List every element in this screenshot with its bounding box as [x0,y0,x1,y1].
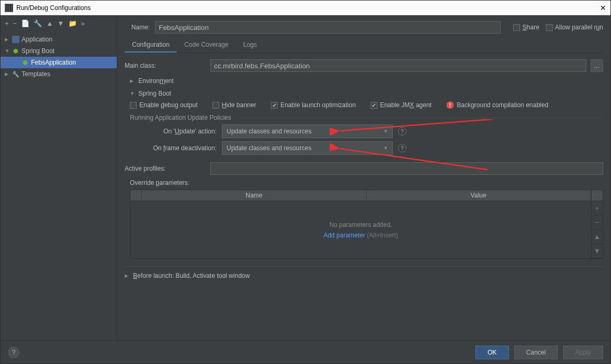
environment-expander[interactable]: ▶ Environment [130,77,603,85]
params-empty: No parameters added. Add parameter (Alt+… [130,201,591,258]
sidebar: + − 📄 🔧 ▲ ▼ 📁 » ▶ Application ▼ ⬢ Sprin [1,16,117,340]
add-icon[interactable]: + [5,19,9,27]
table-add-button[interactable]: + [592,201,603,215]
add-hint: (Alt+Insert) [367,232,398,239]
help-button[interactable]: ? [8,347,19,358]
remove-icon[interactable]: − [13,19,17,27]
main-class-input[interactable] [210,59,586,72]
chevron-right-icon: ▶ [5,37,10,42]
close-icon[interactable]: ✕ [600,4,606,12]
update-action-label: On 'Update' action: [140,128,217,135]
tab-code-coverage[interactable]: Code Coverage [177,38,236,53]
springboot-expander[interactable]: ▼ Spring Boot [130,90,603,97]
tree-label: Templates [22,70,50,78]
chevron-down-icon: ▼ [383,129,388,134]
chevron-down-icon: ▼ [130,91,135,96]
update-action-value: Update classes and resources [227,128,311,135]
active-profiles-label: Active profiles: [125,165,206,172]
tree-label: FebsApplication [31,59,76,66]
browse-button[interactable]: … [590,59,603,72]
before-launch-expander[interactable]: ▶ Before launch: Build, Activate tool wi… [125,272,603,279]
frame-deact-dropdown[interactable]: Update classes and resources ▼ [222,141,393,155]
spring-icon: ⬢ [22,59,29,66]
tabs: Configuration Code Coverage Logs [125,38,603,53]
debug-output-checkbox[interactable]: Enable debug output [130,101,198,109]
tab-configuration[interactable]: Configuration [125,38,177,53]
tab-logs[interactable]: Logs [236,38,264,53]
table-remove-button[interactable]: − [592,215,603,230]
frame-deact-value: Update classes and resources [227,144,311,152]
name-label: Name: [125,24,150,31]
add-parameter-link[interactable]: Add parameter [323,232,365,239]
wrench-icon: 🔧 [12,70,19,78]
warning-icon: ! [446,101,454,109]
table-down-button[interactable]: ▼ [592,244,603,258]
share-label: Share [523,24,539,31]
frame-deact-label: On frame deactivation: [140,144,217,152]
launch-opt-checkbox[interactable]: ✔ Enable launch optimization [271,101,355,109]
name-input[interactable] [155,21,501,34]
warning-text: Background compilation enabled [457,101,548,109]
springboot-label: Spring Boot [138,90,171,97]
table-up-button[interactable]: ▲ [592,230,603,244]
params-table-header: Name Value [130,190,592,201]
tree-item-application[interactable]: ▶ Application [1,34,117,45]
help-icon[interactable]: ? [398,144,406,152]
tree-label: Application [22,36,53,43]
tree-item-templates[interactable]: ▶ 🔧 Templates [1,68,117,80]
update-action-dropdown[interactable]: Update classes and resources ▼ [222,124,393,138]
window-title: Run/Debug Configurations [16,4,90,12]
jmx-agent-label: Enable JMX agent [380,101,432,109]
hide-banner-label: Hide banner [222,101,256,109]
settings-icon[interactable]: 🔧 [34,19,42,27]
jmx-agent-checkbox[interactable]: ✔ Enable JMX agent [371,101,432,109]
help-icon[interactable]: ? [398,127,406,136]
parallel-run-checkbox[interactable]: Allow parallel run [546,24,603,31]
chevron-right-icon: ▶ [125,273,130,278]
app-icon [5,4,13,12]
debug-output-label: Enable debug output [139,101,198,109]
titlebar: Run/Debug Configurations ✕ [1,1,610,15]
warning-msg: ! Background compilation enabled [446,101,548,109]
tree-label: Spring Boot [22,47,55,55]
active-profiles-input[interactable] [210,162,603,175]
empty-msg: No parameters added. [329,221,392,228]
tree-item-febsapplication[interactable]: ⬢ FebsApplication [1,57,117,68]
cancel-button[interactable]: Cancel [514,346,558,359]
launch-opt-label: Enable launch optimization [280,101,355,109]
override-params-label: Override parameters: [130,179,189,186]
main-class-label: Main class: [125,62,206,69]
copy-icon[interactable]: 📄 [21,19,29,27]
tree-item-springboot[interactable]: ▼ ⬢ Spring Boot [1,45,117,57]
share-checkbox[interactable]: Share [513,24,539,31]
spring-icon: ⬢ [12,47,19,55]
chevron-right-icon: ▶ [130,78,135,84]
down-icon[interactable]: ▼ [57,19,64,27]
sidebar-toolbar: + − 📄 🔧 ▲ ▼ 📁 » [1,16,117,30]
ok-button[interactable]: OK [475,346,508,359]
col-value: Value [366,190,591,201]
more-icon[interactable]: » [81,19,85,27]
config-tree: ▶ Application ▼ ⬢ Spring Boot ⬢ FebsAppl… [1,30,117,340]
apply-button[interactable]: Apply [563,346,603,359]
chevron-down-icon: ▼ [383,145,388,151]
before-launch-label: Before launch: Build, Activate tool wind… [133,272,250,279]
application-icon [12,36,19,43]
policies-group-label: Running Application Update Policies [130,114,231,121]
parallel-label: Allow parallel run [555,24,603,31]
up-icon[interactable]: ▲ [46,19,53,27]
chevron-down-icon: ▼ [5,48,10,54]
environment-label: Environment [138,77,174,85]
hide-banner-checkbox[interactable]: Hide banner [212,101,256,109]
chevron-right-icon: ▶ [5,71,10,77]
folder-icon[interactable]: 📁 [68,19,77,27]
col-name: Name [142,190,366,201]
